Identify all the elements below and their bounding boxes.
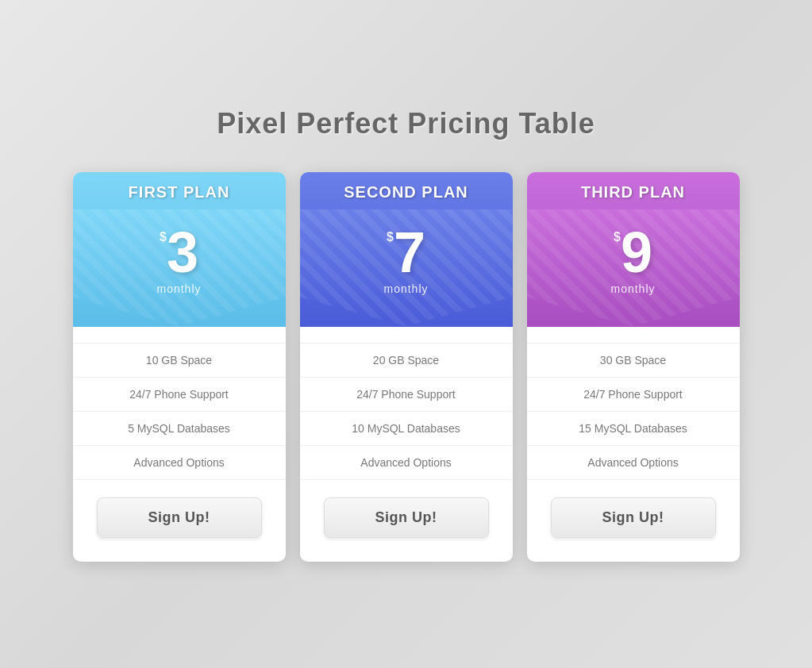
plan-card-1: FIRST PLAN $3 monthly 10 GB Space 24/7 P…: [73, 172, 286, 562]
plan1-feature-3: 5 MySQL Databases: [73, 412, 286, 446]
plan3-feature-4: Advanced Options: [527, 446, 740, 480]
plan3-name: THIRD PLAN: [527, 183, 740, 209]
plan1-body: 10 GB Space 24/7 Phone Support 5 MySQL D…: [73, 335, 286, 562]
plan1-price-ribbon: $3 monthly: [73, 209, 286, 327]
plan2-feature-3: 10 MySQL Databases: [300, 412, 513, 446]
plan1-currency: $: [160, 230, 167, 244]
plan3-currency: $: [614, 230, 621, 244]
plan2-name: SECOND PLAN: [300, 183, 513, 209]
plan3-price-ribbon: $9 monthly: [527, 209, 740, 327]
pricing-container: FIRST PLAN $3 monthly 10 GB Space 24/7 P…: [73, 172, 740, 562]
plan3-feature-1: 30 GB Space: [527, 343, 740, 378]
plan3-signup-area: Sign Up!: [527, 480, 740, 546]
plan1-header: FIRST PLAN $3 monthly: [73, 172, 286, 327]
plan1-signup-area: Sign Up!: [73, 480, 286, 546]
page-title: Pixel Perfect Pricing Table: [217, 107, 595, 140]
plan-card-2: SECOND PLAN $7 monthly 20 GB Space 24/7 …: [300, 172, 513, 562]
plan3-amount: 9: [621, 224, 652, 281]
plan2-header: SECOND PLAN $7 monthly: [300, 172, 513, 327]
plan2-amount: 7: [394, 224, 425, 281]
plan-card-3: THIRD PLAN $9 monthly 30 GB Space 24/7 P…: [527, 172, 740, 562]
plan1-feature-2: 24/7 Phone Support: [73, 378, 286, 412]
plan3-feature-2: 24/7 Phone Support: [527, 378, 740, 412]
plan2-period: monthly: [300, 282, 513, 319]
plan2-feature-1: 20 GB Space: [300, 343, 513, 378]
plan2-feature-4: Advanced Options: [300, 446, 513, 480]
plan2-body: 20 GB Space 24/7 Phone Support 10 MySQL …: [300, 335, 513, 562]
plan1-feature-4: Advanced Options: [73, 446, 286, 480]
plan2-currency: $: [387, 230, 394, 244]
plan1-feature-1: 10 GB Space: [73, 343, 286, 378]
plan1-period: monthly: [73, 282, 286, 319]
plan3-signup-button[interactable]: Sign Up!: [551, 497, 716, 538]
plan3-period: monthly: [527, 282, 740, 319]
plan3-header: THIRD PLAN $9 monthly: [527, 172, 740, 327]
plan3-body: 30 GB Space 24/7 Phone Support 15 MySQL …: [527, 335, 740, 562]
plan1-signup-button[interactable]: Sign Up!: [97, 497, 262, 538]
plan2-signup-button[interactable]: Sign Up!: [324, 497, 489, 538]
plan1-amount: 3: [167, 224, 198, 281]
plan2-signup-area: Sign Up!: [300, 480, 513, 546]
plan3-feature-3: 15 MySQL Databases: [527, 412, 740, 446]
plan1-name: FIRST PLAN: [73, 183, 286, 209]
plan2-price-ribbon: $7 monthly: [300, 209, 513, 327]
plan2-feature-2: 24/7 Phone Support: [300, 378, 513, 412]
